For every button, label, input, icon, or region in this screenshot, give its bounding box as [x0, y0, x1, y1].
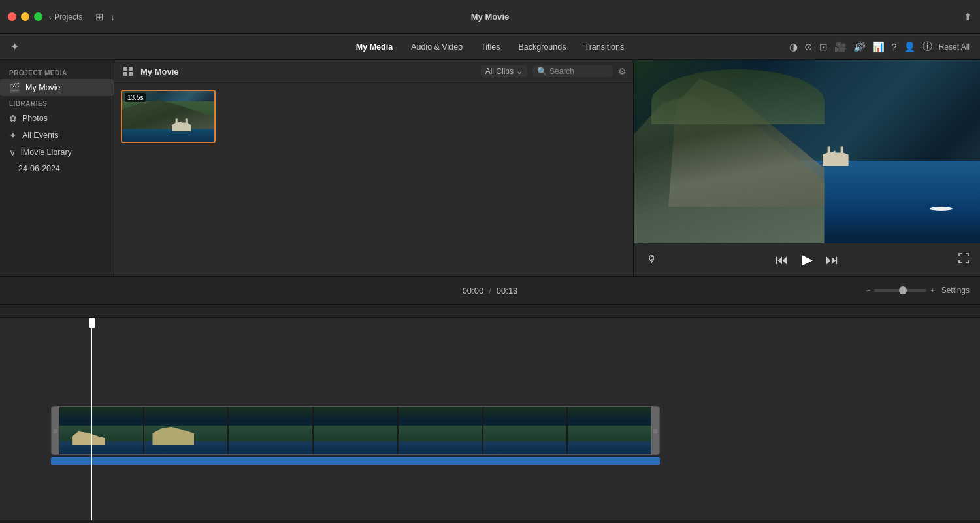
audio-track: [51, 457, 660, 465]
magic-wand-icon[interactable]: ✦: [10, 41, 19, 52]
timeline-track-video[interactable]: ||| |||: [51, 406, 660, 465]
track-frame-3: [229, 407, 312, 454]
timecode-display: 00:00 / 00:13: [463, 286, 518, 295]
search-box[interactable]: 🔍: [532, 65, 613, 77]
chevron-down-icon: ∨: [9, 147, 16, 158]
star-icon: ✦: [9, 130, 17, 141]
sidebar-item-imovie-library[interactable]: ∨ iMovie Library: [0, 144, 114, 161]
svg-rect-0: [123, 67, 127, 71]
audio-icon[interactable]: 🔊: [853, 41, 866, 53]
nav-titles[interactable]: Titles: [472, 37, 509, 57]
toolbar-left-icon[interactable]: ✦: [10, 41, 19, 53]
svg-rect-2: [123, 72, 127, 76]
grid-view-icon[interactable]: ⊞: [95, 11, 104, 23]
timeline: ||| |||: [0, 305, 980, 520]
nav-my-media[interactable]: My Media: [347, 37, 402, 57]
person-icon[interactable]: 👤: [904, 41, 916, 53]
zoom-thumb[interactable]: [899, 286, 907, 294]
clips-selector[interactable]: All Clips ⌄: [481, 65, 527, 77]
clips-selector-label: All Clips: [485, 67, 514, 76]
zoom-minus-icon[interactable]: −: [866, 286, 870, 294]
play-button[interactable]: ▶: [802, 251, 813, 268]
all-events-label: All Events: [22, 131, 59, 140]
sidebar: PROJECT MEDIA 🎬 My Movie LIBRARIES ✿ Pho…: [0, 60, 114, 276]
chart-icon[interactable]: 📊: [872, 41, 885, 53]
svg-rect-3: [129, 72, 133, 76]
info-icon[interactable]: ⓘ: [923, 41, 932, 53]
track-frame-2: [144, 407, 228, 454]
preview-panel: 🎙 ⏮ ▶ ⏭: [634, 60, 980, 276]
zoom-plus-icon[interactable]: +: [930, 286, 934, 294]
close-button[interactable]: [8, 12, 16, 21]
castle: [823, 146, 849, 166]
settings-icon[interactable]: ⚙: [618, 66, 627, 76]
timecode-total: 00:13: [497, 286, 518, 295]
track-frames: [59, 407, 651, 454]
media-panel-header: My Movie All Clips ⌄ 🔍 ⚙: [114, 60, 633, 83]
media-panel-title: My Movie: [140, 67, 476, 76]
settings-label[interactable]: Settings: [941, 286, 970, 295]
nav-audio-video[interactable]: Audio & Video: [402, 37, 472, 57]
track-frame-4: [314, 407, 397, 454]
track-frame-5: [399, 407, 482, 454]
thumbnail-duration: 13.5s: [125, 93, 146, 102]
toolbar-right: ◑ ⊙ ⊡ 🎥 🔊 📊 ? 👤 ⓘ Reset All: [789, 41, 970, 53]
zoom-track[interactable]: [874, 289, 926, 292]
track-handle-left[interactable]: |||: [52, 407, 59, 454]
imovie-library-label: iMovie Library: [21, 148, 72, 157]
libraries-label: LIBRARIES: [0, 96, 114, 110]
timecode-bar: 00:00 / 00:13 − + Settings: [0, 276, 980, 305]
search-input[interactable]: [549, 67, 608, 76]
search-icon: 🔍: [537, 67, 547, 76]
my-movie-label: My Movie: [25, 83, 60, 92]
film-icon: 🎬: [9, 82, 20, 93]
sidebar-item-all-events[interactable]: ✦ All Events: [0, 127, 114, 144]
media-thumbnail-clip1[interactable]: 13.5s: [121, 90, 216, 143]
back-button[interactable]: ‹ Projects: [49, 12, 82, 22]
crop-icon[interactable]: ⊡: [819, 41, 828, 53]
timeline-content: ||| |||: [0, 318, 980, 520]
minimize-button[interactable]: [21, 12, 29, 21]
playhead[interactable]: [91, 318, 92, 520]
photos-label: Photos: [22, 114, 48, 123]
main-content: PROJECT MEDIA 🎬 My Movie LIBRARIES ✿ Pho…: [0, 60, 980, 276]
question-icon[interactable]: ?: [891, 41, 896, 52]
media-panel: My Movie All Clips ⌄ 🔍 ⚙ 13.5s: [114, 60, 634, 276]
title-bar-tools: ⊞ ↓: [95, 11, 115, 23]
toolbar: ✦ My Media Audio & Video Titles Backgrou…: [0, 34, 980, 60]
reset-all-button[interactable]: Reset All: [939, 42, 970, 52]
sidebar-item-photos[interactable]: ✿ Photos: [0, 110, 114, 127]
sort-icon[interactable]: ↓: [110, 12, 115, 22]
playhead-cap: [89, 318, 95, 328]
timecode-current: 00:00: [463, 286, 484, 295]
camera-icon[interactable]: 🎥: [834, 41, 847, 53]
sidebar-item-date[interactable]: 24-06-2024: [0, 161, 114, 177]
color-balance-icon[interactable]: ◑: [789, 41, 798, 53]
svg-rect-1: [129, 67, 133, 71]
nav-backgrounds[interactable]: Backgrounds: [510, 37, 576, 57]
media-panel-content: 13.5s: [114, 83, 633, 276]
rewind-button[interactable]: ⏮: [776, 252, 789, 267]
track-handle-right[interactable]: |||: [651, 407, 659, 454]
track-frame-1: [59, 407, 143, 454]
preview-video: [634, 60, 980, 243]
fullscreen-button[interactable]: [958, 252, 970, 267]
traffic-lights: [8, 12, 42, 21]
sidebar-item-my-movie[interactable]: 🎬 My Movie: [0, 79, 114, 96]
color-wheel-icon[interactable]: ⊙: [804, 41, 813, 53]
timeline-header: [0, 305, 980, 318]
timecode-divider: /: [489, 286, 491, 295]
project-media-label: PROJECT MEDIA: [0, 65, 114, 79]
fast-forward-button[interactable]: ⏭: [826, 252, 839, 267]
share-icon[interactable]: ⬆: [964, 11, 972, 23]
window-title: My Movie: [471, 12, 510, 22]
maximize-button[interactable]: [34, 12, 42, 21]
date-label: 24-06-2024: [18, 164, 60, 173]
microphone-button[interactable]: 🎙: [647, 254, 657, 265]
video-track: ||| |||: [51, 406, 660, 455]
photos-icon: ✿: [9, 113, 17, 124]
toolbar-nav: My Media Audio & Video Titles Background…: [347, 37, 633, 57]
nav-transitions[interactable]: Transitions: [575, 37, 633, 57]
grid-toggle-button[interactable]: [121, 64, 135, 78]
zoom-slider[interactable]: − +: [866, 286, 935, 294]
